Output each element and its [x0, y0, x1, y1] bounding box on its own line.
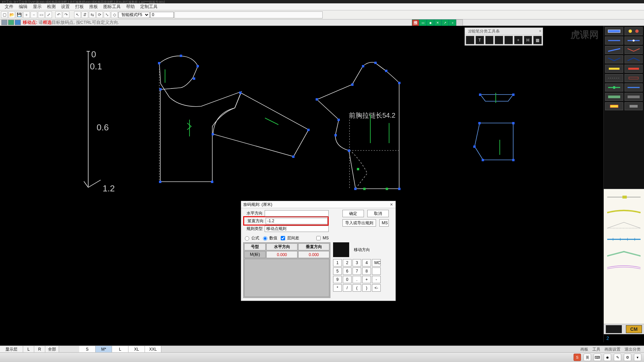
tray-icon-3[interactable]: ✎ — [614, 354, 621, 361]
scale-icon[interactable]: ⤡ — [104, 11, 110, 18]
swatch-12[interactable] — [625, 74, 643, 82]
ok-button[interactable]: 确定 — [342, 210, 364, 217]
rtab-canvas[interactable]: 画板 — [580, 347, 588, 352]
new-file-icon[interactable]: ▢ — [1, 11, 8, 18]
key-mul[interactable]: * — [333, 284, 342, 292]
save-icon[interactable]: 💾 — [16, 11, 22, 18]
tray-icon-2[interactable]: ☻ — [604, 354, 611, 361]
layer-l[interactable]: L — [23, 346, 34, 353]
undo-icon[interactable]: ↶ — [55, 11, 62, 18]
grading-table[interactable]: 号型 水平方向 垂直方向 M(标) 0.000 0.000 — [243, 242, 330, 298]
push-mode-button[interactable]: 推 — [412, 19, 419, 26]
rule-type-input[interactable] — [265, 226, 329, 232]
sp-curve-icon[interactable] — [495, 36, 503, 44]
size-l[interactable]: L — [112, 346, 128, 353]
rtab-cm[interactable]: CM — [626, 325, 642, 333]
row-h[interactable]: 0.000 — [266, 251, 298, 258]
swatch-16[interactable] — [625, 93, 643, 101]
swatch-4[interactable] — [625, 37, 643, 45]
key-dot[interactable]: . — [353, 276, 361, 283]
sp-line-icon[interactable] — [485, 36, 494, 44]
swatch-10[interactable] — [625, 65, 643, 73]
radio-formula[interactable]: 公式 — [243, 235, 259, 241]
seam-preview-3[interactable] — [606, 219, 642, 231]
smart-pen-toolbar[interactable]: 智能笔分类工具条 × T ＋ H ▦ — [465, 27, 543, 46]
toolbar-number-input[interactable] — [150, 12, 174, 18]
menu-custom[interactable]: 定制工具 — [138, 4, 160, 10]
swatch-14[interactable] — [625, 83, 643, 92]
push-extra[interactable] — [456, 19, 463, 26]
menu-icons[interactable]: 图标工具 — [101, 4, 123, 10]
swatch-17[interactable] — [605, 102, 623, 110]
push-opt-4[interactable]: ↗ — [441, 19, 449, 26]
check-step[interactable]: 层间差 — [279, 235, 299, 241]
ms-button[interactable]: MS — [379, 219, 389, 227]
mode-chip-2[interactable] — [8, 20, 14, 25]
rtab-1[interactable] — [606, 325, 622, 333]
key-9[interactable]: 9 — [333, 276, 342, 283]
key-div[interactable]: / — [343, 284, 352, 292]
sp-zigzag-icon[interactable] — [504, 36, 513, 44]
swatch-13[interactable] — [605, 83, 623, 92]
rtab-tool[interactable]: 工具 — [592, 347, 600, 352]
check-ms[interactable]: MS — [315, 235, 329, 241]
swatch-2[interactable] — [625, 27, 643, 35]
mode-chip-3[interactable] — [15, 20, 21, 25]
menu-edit[interactable]: 编辑 — [16, 4, 30, 10]
key-6[interactable]: 6 — [343, 267, 352, 275]
swatch-3[interactable] — [605, 37, 623, 45]
swatch-18[interactable] — [625, 102, 643, 110]
seam-preview-4[interactable] — [606, 233, 642, 245]
sp-grid-icon[interactable]: ▦ — [533, 36, 542, 44]
h-direction-input[interactable] — [265, 210, 329, 217]
rect-select-icon[interactable]: ▭ — [38, 11, 45, 18]
size-s[interactable]: S — [79, 346, 96, 353]
sp-rect-icon[interactable] — [466, 36, 474, 44]
layer-all[interactable]: 全部 — [45, 346, 59, 353]
sp-text-icon[interactable]: T — [476, 36, 484, 44]
menu-help[interactable]: 帮助 — [123, 4, 138, 10]
ime-indicator-icon[interactable]: S — [574, 354, 581, 361]
key-plus[interactable]: + — [362, 276, 371, 283]
menu-pattern[interactable]: 打板 — [72, 4, 87, 10]
cancel-button[interactable]: 取消 — [367, 210, 389, 217]
zoom-out-icon[interactable]: － — [31, 11, 37, 18]
rtab-screen[interactable]: 画面设置 — [604, 347, 621, 352]
push-opt-3[interactable]: ✕ — [434, 19, 441, 26]
seam-preview-1[interactable] — [606, 191, 642, 203]
pointer-icon[interactable]: ↖ — [74, 11, 81, 18]
menu-settings[interactable]: 设置 — [58, 4, 72, 10]
push-opt-2[interactable]: ◆ — [427, 19, 434, 26]
tray-icon-4[interactable]: ⚙ — [624, 354, 631, 361]
row-v[interactable]: 0.000 — [298, 251, 329, 258]
swatch-5[interactable] — [605, 46, 623, 54]
mode-select[interactable]: 智能模式F5 — [118, 12, 150, 18]
mode-chip-1[interactable] — [1, 20, 7, 25]
v-direction-input[interactable] — [266, 218, 328, 224]
key-back[interactable]: <- — [372, 284, 381, 292]
notch-icon[interactable]: ◇ — [111, 11, 118, 18]
seam-preview-6[interactable] — [606, 261, 642, 274]
tray-icon-1[interactable]: ⌨ — [594, 354, 601, 361]
import-export-button[interactable]: 导入或导出规则 — [342, 219, 376, 227]
push-opt-1[interactable]: ▭ — [419, 19, 427, 26]
redo-icon[interactable]: ↷ — [63, 11, 69, 18]
key-0[interactable]: 0 — [343, 276, 352, 283]
push-opt-5[interactable]: ＋ — [449, 19, 456, 26]
menu-grade[interactable]: 推板 — [87, 4, 101, 10]
close-icon[interactable]: × — [539, 29, 541, 34]
rtab-exit[interactable]: 退出分类 — [625, 347, 641, 352]
key-3[interactable]: 3 — [353, 259, 361, 266]
sp-h-icon[interactable]: H — [524, 36, 532, 44]
key-lpar[interactable]: ( — [353, 284, 361, 292]
drawing-canvas[interactable]: 0 0.1 0.6 1.2 前胸拉链长54.2 — [0, 26, 603, 342]
radio-value[interactable]: 数值 — [261, 235, 277, 241]
key-blank[interactable] — [372, 267, 381, 275]
swatch-6[interactable] — [625, 46, 643, 54]
tray-icon-5[interactable]: ▾ — [634, 354, 641, 361]
key-5[interactable]: 5 — [333, 267, 342, 275]
swatch-15[interactable] — [605, 93, 623, 101]
key-2[interactable]: 2 — [343, 259, 352, 266]
size-xl[interactable]: XL — [128, 346, 145, 353]
size-xxl[interactable]: XXL — [145, 346, 161, 353]
